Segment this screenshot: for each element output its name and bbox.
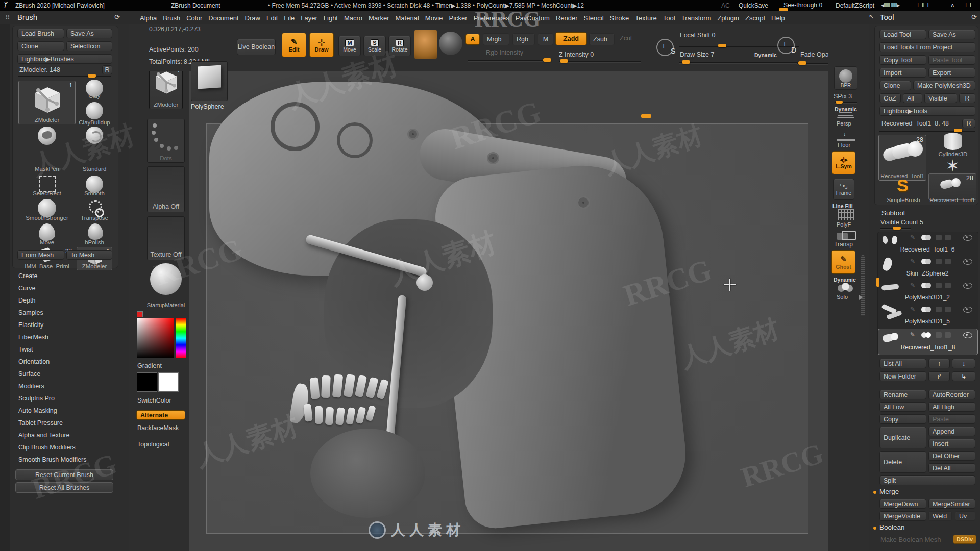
menu-pavcustom[interactable]: PavCustom: [516, 14, 550, 22]
menu-brush[interactable]: Brush: [163, 14, 180, 22]
union-icon2[interactable]: [925, 235, 931, 240]
subtool-row-selected[interactable]: ✎ Recovered_Tool1_8: [878, 329, 978, 355]
z-intensity-label[interactable]: Z Intensity 0: [559, 51, 594, 58]
move-button[interactable]: M Move: [338, 36, 361, 56]
brush-size-slider-label[interactable]: ZModeler. 148: [19, 66, 60, 73]
m-button[interactable]: M: [538, 33, 553, 45]
section-create[interactable]: Create: [18, 272, 38, 280]
load-tools-from-project-button[interactable]: Load Tools From Project: [879, 42, 975, 52]
load-brush-button[interactable]: Load Brush: [17, 29, 64, 38]
paste-subtool-button[interactable]: Paste: [928, 414, 975, 424]
polypaint-icon[interactable]: ✎: [910, 282, 915, 289]
menu-layer[interactable]: Layer: [301, 14, 317, 22]
mrgb-button[interactable]: Mrgb: [483, 33, 509, 45]
section-smooth-brush-modifiers[interactable]: Smooth Brush Modifiers: [18, 456, 86, 463]
current-brush-thumb[interactable]: 1 ZModeler: [149, 66, 183, 109]
draw-button[interactable]: -¦- Draw: [309, 33, 334, 57]
union-icon2[interactable]: [925, 307, 931, 312]
local-symmetry-button[interactable]: ◂¦▸ L.Sym: [832, 151, 855, 174]
intersect-icon[interactable]: [945, 307, 951, 312]
a-toggle[interactable]: A: [465, 34, 480, 45]
del-all-button[interactable]: Del All: [928, 463, 975, 473]
tool-slider-label[interactable]: Recovered_Tool1_8. 48: [881, 120, 949, 127]
section-twist[interactable]: Twist: [18, 346, 33, 353]
tray-slider-icon[interactable]: ◂ǁǁǁ ǁǁǁ▸: [881, 2, 899, 9]
color-hue-bar[interactable]: [176, 318, 186, 358]
tool-refresh-icon[interactable]: ⟳: [971, 13, 977, 21]
section-sculptris-pro[interactable]: Sculptris Pro: [18, 395, 55, 402]
polyf-label[interactable]: PolyF: [837, 221, 851, 228]
brush-maskpen-icon[interactable]: [38, 127, 56, 145]
zcut-label[interactable]: Zcut: [620, 35, 632, 42]
section-clip-brush-modifiers[interactable]: Clip Brush Modifiers: [18, 444, 76, 451]
insert-button[interactable]: Insert: [928, 439, 975, 448]
subtool-row[interactable]: ✎ PolyMesh3D1_2: [878, 281, 976, 304]
document-title[interactable]: ZBrush Document: [171, 2, 220, 9]
split-button[interactable]: Split: [879, 475, 975, 485]
draw-size-track[interactable]: [679, 62, 799, 63]
backface-mask-label[interactable]: BackfaceMask: [137, 424, 179, 432]
make-boolean-mesh-button[interactable]: Make Boolean Mesh: [880, 536, 941, 543]
intersect-icon[interactable]: [945, 283, 951, 288]
subtool-down-button[interactable]: ↓: [952, 359, 975, 368]
brush-standard-icon[interactable]: [86, 127, 103, 144]
section-modifiers[interactable]: Modifiers: [18, 383, 44, 390]
brush-claybuildup-icon[interactable]: [86, 102, 103, 119]
shelf-scroll-arrow[interactable]: [859, 295, 863, 300]
current-color-swatch[interactable]: [137, 311, 143, 317]
del-other-button[interactable]: Del Other: [928, 451, 975, 461]
clone-brush-button[interactable]: Clone: [17, 41, 64, 51]
polypaint-icon[interactable]: ✎: [910, 306, 915, 313]
rgb-intensity-track[interactable]: [468, 60, 551, 61]
focal-shift-label[interactable]: Focal Shift 0: [680, 32, 715, 39]
brush-transpose-icon[interactable]: [87, 199, 103, 215]
menu-render[interactable]: Render: [556, 14, 578, 22]
zadd-button[interactable]: Zadd: [555, 32, 587, 45]
tray-edge-strip[interactable]: [0, 24, 10, 551]
spix-slider-label[interactable]: SPix 3: [834, 93, 852, 100]
floor-label[interactable]: Floor: [838, 142, 850, 148]
zsub-button[interactable]: Zsub: [589, 33, 615, 45]
switch-color-label[interactable]: SwitchColor: [137, 397, 172, 404]
all-low-button[interactable]: All Low: [879, 402, 926, 412]
rename-button[interactable]: Rename: [879, 390, 926, 399]
union-icon2[interactable]: [925, 259, 931, 264]
dynamic-draw-size-label[interactable]: Dynamic: [754, 52, 777, 58]
rgb-button[interactable]: Rgb: [512, 33, 535, 45]
edit-button[interactable]: ✎ Edit: [282, 33, 306, 57]
spix-knob[interactable]: [836, 101, 843, 104]
subtool-row[interactable]: ✎ Recovered_Tool1_6: [878, 233, 976, 256]
visibility-eye-icon[interactable]: [963, 307, 972, 313]
menu-file[interactable]: File: [284, 14, 295, 22]
polypaint-icon[interactable]: ✎: [910, 234, 915, 241]
menu-help[interactable]: Help: [771, 14, 785, 22]
tool-back-icon[interactable]: ↖: [869, 13, 874, 20]
menu-texture[interactable]: Texture: [635, 14, 657, 22]
difference-icon[interactable]: [936, 235, 942, 240]
minimize-icon[interactable]: ⊼: [950, 2, 955, 9]
focal-shift-knob[interactable]: [718, 44, 726, 47]
tool-thumb-selected[interactable]: 28 Recovered_Tool1: [878, 135, 926, 181]
color-sv-picker[interactable]: [137, 318, 174, 358]
brush-r-toggle[interactable]: R: [102, 65, 112, 74]
tool-r-toggle[interactable]: R: [962, 119, 975, 128]
menu-light[interactable]: Light: [324, 14, 338, 22]
reset-current-brush-button[interactable]: Reset Current Brush: [15, 469, 113, 480]
goz-button[interactable]: GoZ: [879, 93, 901, 103]
section-alpha-and-texture[interactable]: Alpha and Texture: [18, 432, 70, 439]
section-orientation[interactable]: Orientation: [18, 358, 50, 365]
draw-size-label[interactable]: Draw Size 7: [680, 51, 714, 58]
merge-section-header[interactable]: Merge: [879, 488, 899, 495]
menu-zscript[interactable]: Zscript: [745, 14, 765, 22]
to-mesh-button[interactable]: To Mesh: [66, 250, 112, 260]
ghost-button[interactable]: ✎ Ghost: [831, 250, 855, 274]
transp-icon[interactable]: [837, 231, 854, 241]
section-tablet-pressure[interactable]: Tablet Pressure: [18, 419, 63, 427]
list-all-button[interactable]: List All: [879, 359, 926, 368]
delete-button[interactable]: Delete: [879, 451, 926, 473]
polypaint-icon[interactable]: ✎: [910, 331, 915, 338]
stroke-thumb[interactable]: Dots: [147, 119, 185, 163]
subtool-row[interactable]: ✎ PolyMesh3D1_5: [878, 305, 976, 328]
see-through-slider-label[interactable]: See-through 0: [783, 2, 822, 9]
all-high-button[interactable]: All High: [928, 402, 975, 412]
